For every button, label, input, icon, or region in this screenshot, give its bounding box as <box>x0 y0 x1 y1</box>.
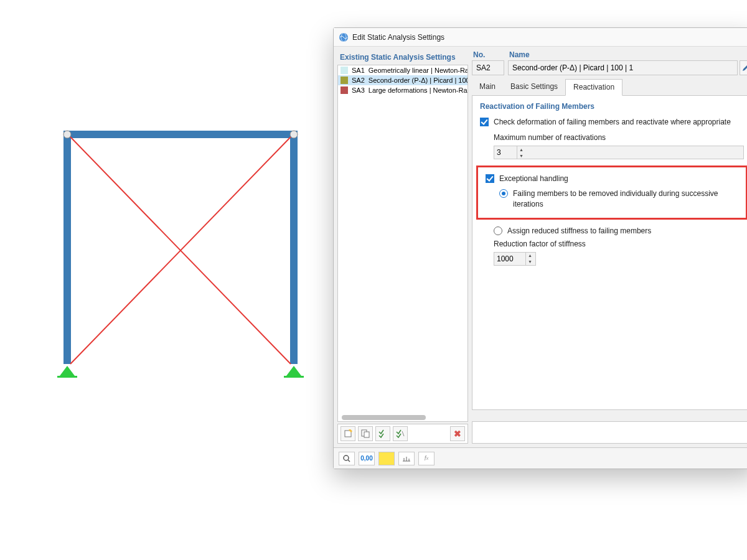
svg-rect-10 <box>284 376 304 378</box>
reactivation-section-title: Reactivation of Failing Members <box>480 102 744 111</box>
magnifier-icon <box>343 455 350 462</box>
exceptional-handling-highlight: Exceptional handling Failing members to … <box>476 166 747 220</box>
dialog-titlebar[interactable]: Edit Static Analysis Settings <box>334 28 747 47</box>
reactivation-tab-content: Reactivation of Failing Members Check de… <box>472 96 747 410</box>
units-icon <box>402 455 411 462</box>
spinner-down-icon[interactable]: ▼ <box>526 259 534 265</box>
no-field-input[interactable] <box>472 60 504 75</box>
color-swatch <box>341 67 348 74</box>
svg-point-6 <box>290 131 298 138</box>
settings-list-row-sa2[interactable]: SA2 Second-order (P-Δ) | Picard | 100 | <box>338 75 467 85</box>
spinner-up-icon[interactable]: ▲ <box>517 146 525 152</box>
color-swatch <box>341 86 348 94</box>
spinner-up-icon[interactable]: ▲ <box>526 253 534 259</box>
reduction-factor-label: Reduction factor of stiffness <box>494 240 744 248</box>
settings-list[interactable]: SA1 Geometrically linear | Newton-Rap SA… <box>337 65 468 422</box>
comment-input[interactable] <box>472 421 747 444</box>
spinner-down-icon[interactable]: ▼ <box>517 152 525 159</box>
max-reactivations-input[interactable] <box>494 146 517 159</box>
radio-remove-individually[interactable] <box>499 189 508 198</box>
footer-magnifier-button[interactable] <box>339 452 355 465</box>
dialog-title: Edit Static Analysis Settings <box>352 33 444 42</box>
settings-list-row-sa1[interactable]: SA1 Geometrically linear | Newton-Rap <box>338 65 467 75</box>
structural-model-diagram <box>50 118 311 392</box>
horizontal-scrollbar[interactable] <box>342 415 426 420</box>
copy-icon <box>361 429 370 438</box>
checks-icon <box>378 429 387 438</box>
max-reactivations-label: Maximum number of reactivations <box>494 133 744 142</box>
reduction-factor-spinner[interactable]: ▲▼ <box>494 252 536 266</box>
name-field-input[interactable] <box>508 60 738 75</box>
svg-marker-9 <box>286 366 301 376</box>
list-item-code: SA1 <box>352 67 365 74</box>
check-deformation-label: Check deformation of failing members and… <box>494 117 744 127</box>
new-button[interactable] <box>341 426 355 441</box>
footer-precision-button[interactable]: 0,00 <box>359 452 375 465</box>
list-item-label: Second-order (P-Δ) | Picard | 100 | <box>369 77 468 84</box>
dialog-footer-toolbar: 0,00 fx <box>334 447 747 469</box>
list-toolbar: ✖ <box>337 424 468 444</box>
delete-button[interactable]: ✖ <box>450 426 465 441</box>
tab-basic-settings[interactable]: Basic Settings <box>503 79 565 95</box>
list-item-code: SA2 <box>352 77 365 84</box>
tab-reactivation[interactable]: Reactivation <box>565 79 622 96</box>
reduction-factor-input[interactable] <box>494 253 525 265</box>
list-item-label: Large deformations | Newton-Rap <box>369 86 468 94</box>
svg-point-17 <box>344 455 349 460</box>
pencil-icon <box>742 64 747 72</box>
svg-point-5 <box>63 131 71 138</box>
svg-rect-15 <box>364 432 369 437</box>
tab-main[interactable]: Main <box>472 79 503 95</box>
footer-function-button[interactable]: fx <box>418 452 435 465</box>
radio-remove-label: Failing members to be removed individual… <box>513 189 738 208</box>
tabs: Main Basic Settings Reactivation <box>472 79 747 96</box>
svg-line-18 <box>348 460 350 462</box>
list-item-label: Geometrically linear | Newton-Rap <box>369 67 468 74</box>
footer-color-button[interactable] <box>378 452 395 465</box>
exceptional-handling-checkbox[interactable] <box>486 174 494 183</box>
radio-assign-reduced-stiffness[interactable] <box>494 226 502 235</box>
no-field-label: No. <box>472 50 504 59</box>
settings-list-row-sa3[interactable]: SA3 Large deformations | Newton-Rap <box>338 85 467 95</box>
svg-line-16 <box>402 431 404 436</box>
delete-icon: ✖ <box>454 429 461 439</box>
precision-value: 0,00 <box>360 455 372 462</box>
svg-marker-7 <box>60 366 75 376</box>
max-reactivations-spinner[interactable]: ▲▼ <box>494 146 744 159</box>
list-item-code: SA3 <box>352 86 365 94</box>
color-swatch <box>341 77 348 84</box>
checks-icon <box>396 429 405 438</box>
radio-assign-label: Assign reduced stiffness to failing memb… <box>507 226 744 236</box>
footer-units-button[interactable] <box>398 452 415 465</box>
exceptional-handling-label: Exceptional handling <box>499 174 738 184</box>
static-analysis-settings-dialog: Edit Static Analysis Settings Existing S… <box>333 27 747 469</box>
existing-settings-header: Existing Static Analysis Settings <box>337 50 468 63</box>
uncheck-all-button[interactable] <box>393 426 408 441</box>
check-all-button[interactable] <box>375 426 390 441</box>
copy-button[interactable] <box>358 426 373 441</box>
svg-rect-8 <box>57 376 77 378</box>
new-icon <box>344 429 352 438</box>
check-deformation-checkbox[interactable] <box>480 118 489 126</box>
name-field-label: Name <box>508 50 747 59</box>
app-icon <box>339 32 349 42</box>
edit-name-button[interactable] <box>740 60 747 75</box>
